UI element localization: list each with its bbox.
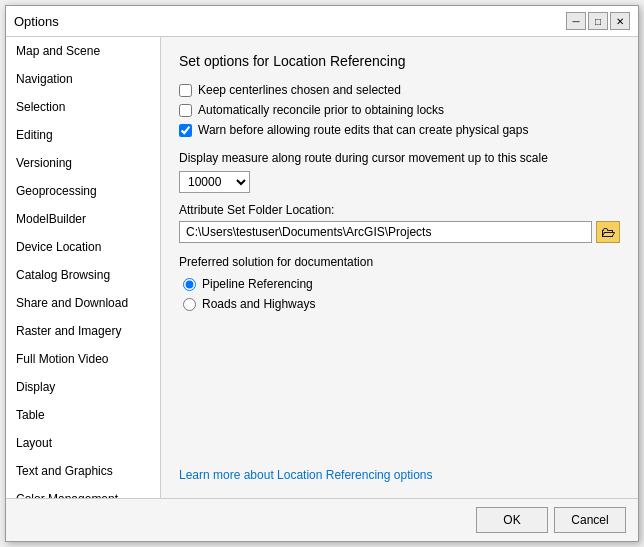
cancel-button[interactable]: Cancel: [554, 507, 626, 533]
titlebar-buttons: ─ □ ✕: [566, 12, 630, 30]
sidebar-item-table[interactable]: Table: [6, 401, 160, 429]
dialog-title: Options: [14, 14, 59, 29]
warn-route-edits-checkbox[interactable]: [179, 124, 192, 137]
sidebar-item-editing[interactable]: Editing: [6, 121, 160, 149]
sidebar-item-geoprocessing[interactable]: Geoprocessing: [6, 177, 160, 205]
sidebar-item-full-motion-video[interactable]: Full Motion Video: [6, 345, 160, 373]
pipeline-referencing-radio[interactable]: [183, 278, 196, 291]
sidebar-item-catalog-browsing[interactable]: Catalog Browsing: [6, 261, 160, 289]
sidebar-item-text-and-graphics[interactable]: Text and Graphics: [6, 457, 160, 485]
ok-button[interactable]: OK: [476, 507, 548, 533]
scale-row: Display measure along route during curso…: [179, 151, 620, 193]
auto-reconcile-checkbox[interactable]: [179, 104, 192, 117]
title-bar: Options ─ □ ✕: [6, 6, 638, 37]
sidebar-item-modelbuilder[interactable]: ModelBuilder: [6, 205, 160, 233]
scale-select[interactable]: 500 1000 2000 5000 10000 25000 50000 100…: [179, 171, 250, 193]
folder-icon: 🗁: [601, 224, 615, 240]
folder-row: 🗁: [179, 221, 620, 243]
sidebar-item-color-management[interactable]: Color Management: [6, 485, 160, 498]
checkbox-row-keep-centerlines: Keep centerlines chosen and selected: [179, 83, 620, 97]
keep-centerlines-label: Keep centerlines chosen and selected: [198, 83, 401, 97]
roads-highways-label: Roads and Highways: [202, 297, 315, 311]
options-dialog: Options ─ □ ✕ Map and Scene Navigation S…: [5, 5, 639, 542]
radio-row-roads: Roads and Highways: [183, 297, 620, 311]
sidebar-item-layout[interactable]: Layout: [6, 429, 160, 457]
minimize-button[interactable]: ─: [566, 12, 586, 30]
maximize-button[interactable]: □: [588, 12, 608, 30]
sidebar-item-raster-and-imagery[interactable]: Raster and Imagery: [6, 317, 160, 345]
section-title: Set options for Location Referencing: [179, 53, 620, 69]
sidebar-item-versioning[interactable]: Versioning: [6, 149, 160, 177]
folder-label: Attribute Set Folder Location:: [179, 203, 620, 217]
checkbox-row-auto-reconcile: Automatically reconcile prior to obtaini…: [179, 103, 620, 117]
sidebar-item-device-location[interactable]: Device Location: [6, 233, 160, 261]
warn-route-edits-label: Warn before allowing route edits that ca…: [198, 123, 528, 137]
preferred-label: Preferred solution for documentation: [179, 255, 620, 269]
close-button[interactable]: ✕: [610, 12, 630, 30]
folder-input[interactable]: [179, 221, 592, 243]
pipeline-referencing-label: Pipeline Referencing: [202, 277, 313, 291]
checkbox-row-warn-route-edits: Warn before allowing route edits that ca…: [179, 123, 620, 137]
sidebar-item-display[interactable]: Display: [6, 373, 160, 401]
dialog-footer: OK Cancel: [6, 498, 638, 541]
sidebar-item-map-and-scene[interactable]: Map and Scene: [6, 37, 160, 65]
learn-more-link[interactable]: Learn more about Location Referencing op…: [179, 456, 620, 482]
folder-browse-button[interactable]: 🗁: [596, 221, 620, 243]
sidebar-item-selection[interactable]: Selection: [6, 93, 160, 121]
main-content: Set options for Location Referencing Kee…: [161, 37, 638, 498]
sidebar: Map and Scene Navigation Selection Editi…: [6, 37, 161, 498]
sidebar-item-share-and-download[interactable]: Share and Download: [6, 289, 160, 317]
scale-label: Display measure along route during curso…: [179, 151, 548, 165]
roads-highways-radio[interactable]: [183, 298, 196, 311]
dialog-body: Map and Scene Navigation Selection Editi…: [6, 37, 638, 498]
radio-row-pipeline: Pipeline Referencing: [183, 277, 620, 291]
auto-reconcile-label: Automatically reconcile prior to obtaini…: [198, 103, 444, 117]
sidebar-item-navigation[interactable]: Navigation: [6, 65, 160, 93]
keep-centerlines-checkbox[interactable]: [179, 84, 192, 97]
